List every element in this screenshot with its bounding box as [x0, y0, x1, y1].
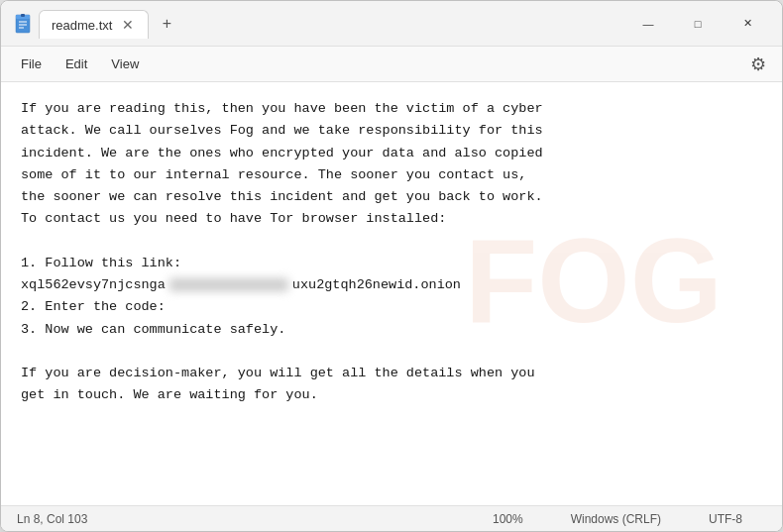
svg-rect-5: [21, 14, 25, 17]
encoding: UTF-8: [709, 512, 742, 526]
line-ending: Windows (CRLF): [571, 512, 661, 526]
tab-label: readme.txt: [52, 18, 112, 33]
editor-area[interactable]: FOG If you are reading this, then you ha…: [1, 82, 782, 505]
tab-close-button[interactable]: ✕: [120, 17, 136, 33]
main-window: readme.txt ✕ + — □ ✕ File Edit View ⚙ FO…: [0, 0, 783, 532]
blurred-url: ​: [169, 278, 288, 292]
status-bar: Ln 8, Col 103 100% Windows (CRLF) UTF-8: [1, 505, 782, 531]
menu-edit[interactable]: Edit: [54, 53, 99, 75]
notepad-icon: [13, 14, 33, 34]
title-bar-left: readme.txt ✕ +: [13, 9, 625, 38]
menu-bar-right: ⚙: [742, 49, 774, 80]
cursor-position: Ln 8, Col 103: [17, 512, 87, 526]
new-tab-button[interactable]: +: [153, 10, 180, 38]
editor-text[interactable]: If you are reading this, then you have b…: [21, 98, 762, 407]
minimize-button[interactable]: —: [625, 8, 671, 40]
window-controls: — □ ✕: [625, 8, 770, 40]
title-bar: readme.txt ✕ + — □ ✕: [1, 1, 782, 47]
status-right: 100% Windows (CRLF) UTF-8: [493, 512, 766, 526]
menu-bar: File Edit View ⚙: [1, 47, 782, 82]
zoom-level: 100%: [493, 512, 523, 526]
settings-button[interactable]: ⚙: [742, 49, 774, 80]
maximize-button[interactable]: □: [675, 8, 721, 40]
active-tab[interactable]: readme.txt ✕: [39, 10, 149, 39]
menu-file[interactable]: File: [9, 53, 54, 75]
close-button[interactable]: ✕: [725, 8, 770, 40]
menu-view[interactable]: View: [99, 53, 151, 75]
